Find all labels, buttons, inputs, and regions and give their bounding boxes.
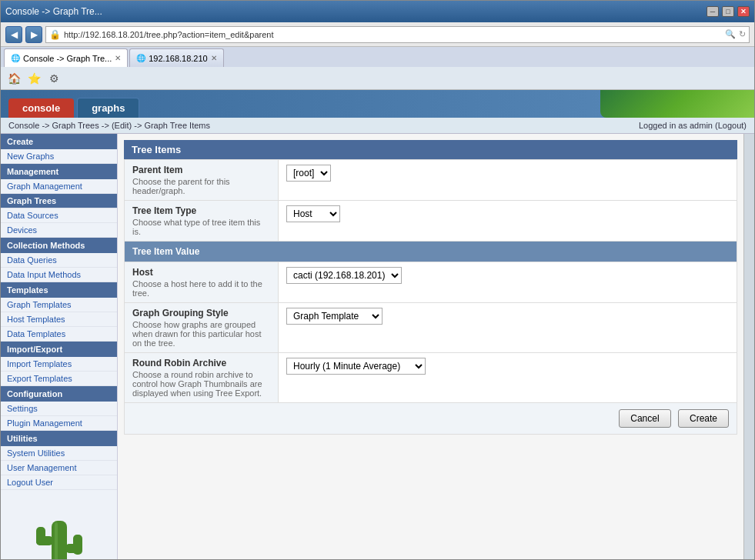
sidebar-section-management: Management [1, 164, 117, 179]
sidebar-item-graph-templates[interactable]: Graph Templates [1, 298, 117, 312]
cancel-button[interactable]: Cancel [619, 409, 670, 428]
parent-item-row: Parent Item Choose the parent for this h… [125, 160, 737, 201]
tree-item-type-value-cell: Host Graph Header [279, 201, 737, 242]
sidebar-item-import-templates[interactable]: Import Templates [1, 357, 117, 372]
button-row: Cancel Create [124, 403, 737, 435]
sidebar-item-export-templates[interactable]: Export Templates [1, 372, 117, 386]
tab1-label: Console -> Graph Tre... [23, 54, 112, 63]
parent-item-label: Parent Item [132, 165, 270, 175]
sidebar-item-plugin-management[interactable]: Plugin Management [1, 416, 117, 431]
tree-item-type-select[interactable]: Host Graph Header [286, 205, 340, 222]
round-robin-label-cell: Round Robin Archive Choose a round robin… [125, 353, 279, 403]
panel-title: Tree Items [124, 140, 737, 159]
tab2-close[interactable]: ✕ [211, 54, 217, 62]
parent-item-select[interactable]: [root] [286, 165, 331, 182]
breadcrumb: Console -> Graph Trees -> (Edit) -> Grap… [1, 118, 754, 134]
close-button[interactable]: ✕ [737, 6, 750, 17]
maximize-button[interactable]: □ [722, 6, 734, 17]
parent-item-value-cell: [root] [279, 160, 737, 201]
tab2-label: 192.168.18.210 [149, 54, 207, 63]
addressbar: ◀ ▶ 🔒 http://192.168.18.201/tree.php?act… [1, 22, 754, 47]
sidebar: Create New Graphs Management Graph Manag… [1, 134, 118, 559]
sidebar-section-templates: Templates [1, 282, 117, 298]
host-label: Host [132, 267, 270, 278]
browser-tab-2[interactable]: 🌐 192.168.18.210 ✕ [129, 48, 223, 67]
sidebar-item-system-utilities[interactable]: System Utilities [1, 446, 117, 461]
tab1-close[interactable]: ✕ [115, 54, 121, 62]
tree-item-type-label-cell: Tree Item Type Choose what type of tree … [125, 201, 279, 242]
sidebar-item-user-management[interactable]: User Management [1, 461, 117, 475]
browser-toolbar: 🏠 ⭐ ⚙ [1, 67, 754, 90]
host-row: Host Choose a host here to add it to the… [125, 262, 737, 303]
svg-rect-4 [73, 535, 82, 555]
host-value-cell: cacti (192.168.18.201) [279, 262, 737, 303]
browser-tab-1[interactable]: 🌐 Console -> Graph Tre... ✕ [4, 48, 128, 67]
back-button[interactable]: ◀ [5, 26, 22, 43]
browser-tabbar: 🌐 Console -> Graph Tre... ✕ 🌐 192.168.18… [1, 47, 754, 67]
star-icon[interactable]: ⭐ [25, 70, 42, 87]
svg-rect-2 [36, 527, 45, 545]
main-content: Create New Graphs Management Graph Manag… [1, 134, 754, 559]
header-decoration [600, 90, 754, 118]
graph-grouping-select[interactable]: Graph Template Data Query Index [286, 308, 383, 325]
form-table: Parent Item Choose the parent for this h… [124, 159, 737, 403]
round-robin-label: Round Robin Archive [132, 358, 270, 368]
round-robin-desc: Choose a round robin archive to control … [132, 370, 270, 398]
sidebar-item-graph-management[interactable]: Graph Management [1, 179, 117, 194]
sidebar-item-data-input-methods[interactable]: Data Input Methods [1, 268, 117, 282]
url-field[interactable]: 🔒 http://192.168.18.201/tree.php?action=… [45, 26, 750, 43]
minimize-button[interactable]: ─ [707, 6, 719, 17]
host-select[interactable]: cacti (192.168.18.201) [286, 267, 402, 284]
cactus-logo [1, 490, 117, 559]
graph-grouping-row: Graph Grouping Style Choose how graphs a… [125, 303, 737, 353]
sidebar-item-data-sources[interactable]: Data Sources [1, 208, 117, 223]
url-text: http://192.168.18.201/tree.php?action=it… [64, 30, 725, 39]
home-icon[interactable]: 🏠 [5, 70, 22, 87]
svg-rect-0 [52, 521, 67, 559]
sidebar-section-collection: Collection Methods [1, 238, 117, 253]
sidebar-section-utilities: Utilities [1, 431, 117, 446]
tree-item-type-label: Tree Item Type [132, 205, 270, 216]
round-robin-select[interactable]: Hourly (1 Minute Average) Daily (5 Minut… [286, 358, 426, 375]
host-desc: Choose a host here to add it to the tree… [132, 279, 270, 298]
graphs-tab[interactable]: graphs [77, 98, 139, 118]
round-robin-value-cell: Hourly (1 Minute Average) Daily (5 Minut… [279, 353, 737, 403]
window-controls: ─ □ ✕ [707, 6, 750, 17]
titlebar: Console -> Graph Tre... ─ □ ✕ [1, 1, 754, 22]
svg-rect-5 [55, 522, 58, 559]
sidebar-item-devices[interactable]: Devices [1, 223, 117, 238]
sidebar-item-data-queries[interactable]: Data Queries [1, 253, 117, 268]
tree-item-type-row: Tree Item Type Choose what type of tree … [125, 201, 737, 242]
tree-item-value-section-header: Tree Item Value [125, 242, 737, 262]
parent-item-label-cell: Parent Item Choose the parent for this h… [125, 160, 279, 201]
host-label-cell: Host Choose a host here to add it to the… [125, 262, 279, 303]
sidebar-section-configuration: Configuration [1, 386, 117, 402]
parent-item-desc: Choose the parent for this header/graph. [132, 177, 270, 195]
app-nav: console graphs [1, 90, 754, 118]
create-button[interactable]: Create [678, 409, 729, 428]
scrollbar[interactable] [743, 134, 754, 559]
settings-icon[interactable]: ⚙ [45, 70, 62, 87]
sidebar-section-create: Create [1, 134, 117, 149]
graph-grouping-value-cell: Graph Template Data Query Index [279, 303, 737, 353]
round-robin-row: Round Robin Archive Choose a round robin… [125, 353, 737, 403]
forward-button[interactable]: ▶ [25, 26, 42, 43]
content-area: Tree Items Parent Item Choose the parent… [118, 134, 743, 559]
browser-window: Console -> Graph Tre... ─ □ ✕ ◀ ▶ 🔒 http… [0, 0, 755, 560]
graph-grouping-label: Graph Grouping Style [132, 308, 270, 318]
window-title: Console -> Graph Tre... [5, 6, 102, 17]
graph-grouping-desc: Choose how graphs are grouped when drawn… [132, 320, 270, 348]
sidebar-item-settings[interactable]: Settings [1, 402, 117, 416]
sidebar-item-logout-user[interactable]: Logout User [1, 475, 117, 490]
sidebar-item-data-templates[interactable]: Data Templates [1, 327, 117, 342]
login-status: Logged in as admin (Logout) [639, 121, 747, 130]
breadcrumb-path: Console -> Graph Trees -> (Edit) -> Grap… [8, 121, 210, 130]
tree-item-type-desc: Choose what type of tree item this is. [132, 218, 270, 236]
tree-item-value-section-row: Tree Item Value [125, 242, 737, 262]
sidebar-item-graph-trees[interactable]: Graph Trees [1, 194, 117, 208]
sidebar-section-import-export: Import/Export [1, 342, 117, 357]
sidebar-item-new-graphs[interactable]: New Graphs [1, 149, 117, 164]
graph-grouping-label-cell: Graph Grouping Style Choose how graphs a… [125, 303, 279, 353]
sidebar-item-host-templates[interactable]: Host Templates [1, 312, 117, 327]
console-tab[interactable]: console [8, 98, 74, 118]
